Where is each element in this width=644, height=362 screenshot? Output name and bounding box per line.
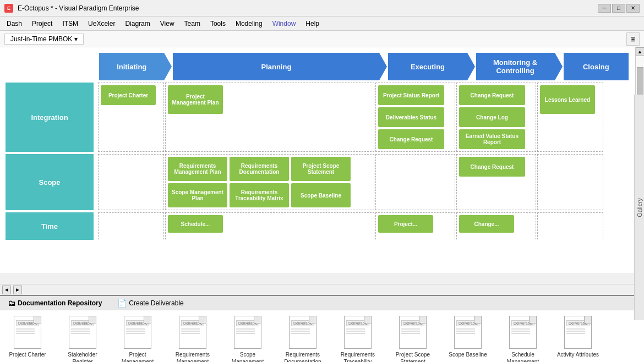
phase-initiating-header: Initiating [99,53,164,80]
line [566,333,585,334]
menu-help[interactable]: Help [301,19,324,29]
deliverable-label-2: Project Management Plan [116,351,160,362]
requirements-management-plan-card[interactable]: Requirements Management Plan [168,157,227,181]
pmbok-grid: Initiating Planning Executing Monitoring… [0,47,635,248]
scope-management-plan-card[interactable]: Scope Management Plan [168,183,227,207]
layout-icon-button[interactable]: ⊞ [626,32,640,46]
close-button[interactable]: ✕ [626,4,640,13]
line [291,328,310,330]
menu-uexceler[interactable]: UeXceler [84,19,119,29]
menu-modeling[interactable]: Modeling [231,19,267,29]
scope-planning-cell: Requirements Management Plan Scope Manag… [165,154,374,210]
main-container: Initiating Planning Executing Monitoring… [0,47,644,362]
deliverable-label-6: Requirements Traceability Matrix [336,351,380,362]
menu-diagram[interactable]: Diagram [121,19,154,29]
schedule-card[interactable]: Schedule... [168,215,223,233]
deliverable-stakeholder-register[interactable]: Deliverable Stakeholder Register [61,316,105,362]
minimize-button[interactable]: ─ [598,4,611,13]
line [346,328,365,330]
titlebar-controls[interactable]: ─ □ ✕ [598,4,640,13]
deliverable-schedule-management-plan[interactable]: Deliverable Schedule Management Plan [501,316,545,362]
menu-itsm[interactable]: ITSM [58,19,83,29]
deliverable-lines-4 [236,328,259,334]
line [71,328,90,330]
deliverable-scope-management-plan[interactable]: Deliverable Scope Management Plan [226,316,270,362]
deliverable-label-5: Requirements Documentation [281,351,325,362]
scope-mc-cell: Change Request [456,154,536,210]
scope-closing-cell [537,154,603,210]
line [181,328,200,330]
deliverable-project-charter[interactable]: Deliverable Project Charter [6,316,50,358]
requirements-traceability-matrix-card[interactable]: Requirements Traceability Matrix [230,183,289,207]
diagram-scroll-area[interactable]: Initiating Planning Executing Monitoring… [0,47,635,273]
deliverable-lines-8 [456,328,479,334]
earned-value-status-report-card[interactable]: Earned Value Status Report [459,129,525,149]
deliverables-status-card[interactable]: Deliverables Status [378,107,444,127]
scope-initiating-cell [98,154,164,210]
doc-repo-label: Documentation Repository [18,299,102,307]
integration-mc-cell: Change Request Change Log Earned Value S… [456,83,536,152]
line [181,333,200,334]
breadcrumb-button[interactable]: Just-in-Time PMBOK ▾ [4,34,84,45]
deliverable-project-management-plan[interactable]: Deliverable Project Management Plan [116,316,160,362]
line [71,331,90,332]
project-card[interactable]: Project... [378,215,433,233]
maximize-button[interactable]: □ [612,4,625,13]
deliverable-icon-pss: Deliverable [399,316,427,349]
documentation-repository-tab[interactable]: 🗂 Documentation Repository [4,298,105,309]
line [16,333,35,334]
deliverable-label-4: Scope Management Plan [226,351,270,362]
time-row: Time Schedule... Project... Change... [6,212,630,240]
line [126,328,145,330]
menu-project[interactable]: Project [28,19,57,29]
lessons-learned-card[interactable]: Lessons Learned [540,85,595,114]
deliverable-requirements-traceability-matrix[interactable]: Deliverable Requirements Traceability Ma… [336,316,380,362]
titlebar: E E-Octopus * - Visual Paradigm Enterpri… [0,0,644,17]
scope-change-request-card[interactable]: Change Request [459,157,525,177]
phase-executing-label: Executing [411,63,445,71]
deliverable-lines-2 [126,328,149,334]
project-scope-statement-card[interactable]: Project Scope Statement [291,157,351,181]
project-management-plan-card[interactable]: Project Management Plan [168,85,223,114]
change-request-executing-card[interactable]: Change Request [378,129,444,149]
deliverable-lines-9 [511,328,534,334]
phase-mc-header: Monitoring & Controlling [476,53,555,80]
deliverable-tag-4: Deliverable [236,320,259,326]
deliverable-tag-2: Deliverable [126,320,149,326]
deliverable-activity-attributes[interactable]: Deliverable Activity Attributes [556,316,600,358]
deliverable-scope-baseline[interactable]: Deliverable Scope Baseline [446,316,490,358]
line [456,333,475,334]
deliverable-project-scope-statement[interactable]: Deliverable Project Scope Statement [391,316,435,362]
deliverable-requirements-documentation[interactable]: Deliverable Requirements Documentation [281,316,325,362]
create-deliverable-tab[interactable]: 📄 Create Deliverable [114,298,187,309]
deliverable-tag-3: Deliverable [181,320,204,326]
deliverable-lines-6 [346,328,369,334]
scope-executing-cell [375,154,455,210]
phase-planning-header: Planning [173,53,379,80]
change-request-mc-card[interactable]: Change Request [459,85,525,105]
menu-view[interactable]: View [156,19,179,29]
project-charter-card[interactable]: Project Charter [101,85,156,105]
project-status-report-card[interactable]: Project Status Report [378,85,444,105]
deliverable-lines-5 [291,328,314,334]
line [291,331,310,332]
menu-dash[interactable]: Dash [2,19,26,29]
menu-window[interactable]: Window [268,19,301,29]
gallery-sidebar[interactable]: Gallery [634,95,644,320]
menu-tools[interactable]: Tools [206,19,230,29]
scroll-right-button[interactable]: ► [13,286,22,294]
scroll-left-button[interactable]: ◄ [2,286,11,294]
titlebar-left: E E-Octopus * - Visual Paradigm Enterpri… [4,4,139,13]
change-log-card[interactable]: Change Log [459,107,525,127]
deliverable-icon-aa: Deliverable [564,316,592,349]
menu-team[interactable]: Team [180,19,205,29]
deliverable-tag-10: Deliverable [566,320,590,326]
scroll-up-button[interactable]: ▲ [636,47,645,56]
deliverable-requirements-management-plan[interactable]: Deliverable Requirements Management Plan [171,316,215,362]
line [126,331,145,332]
deliverable-label-1: Stakeholder Register [61,351,105,362]
requirements-documentation-card[interactable]: Requirements Documentation [230,157,289,181]
scope-baseline-card[interactable]: Scope Baseline [291,183,351,207]
create-deliv-label: Create Deliverable [129,299,183,307]
change-card[interactable]: Change... [459,215,514,233]
